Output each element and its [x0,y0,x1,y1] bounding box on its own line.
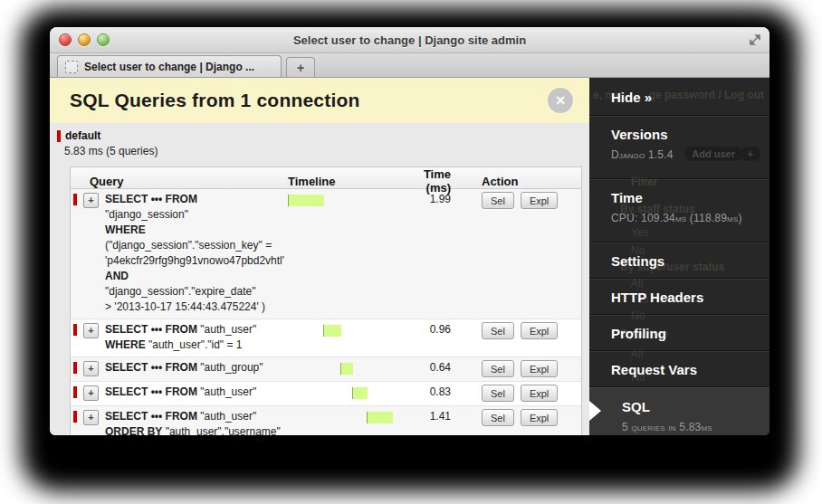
browser-window: Select user to change | Django site admi… [50,27,769,435]
sidebar-item-subtext: 5 queries in 5.83ms [622,421,769,433]
window-title: Select user to change | Django site admi… [50,33,769,47]
query-color-marker [71,360,83,377]
sidebar-item-label: Profiling [611,326,769,341]
query-time-ms: 0.83 [397,385,471,402]
query-sql-text: SELECT ••• FROM "auth_user" [105,385,288,402]
explain-button[interactable]: Expl [521,409,558,426]
query-row: +SELECT ••• FROM "django_session" WHERE … [71,189,581,319]
queries-table-header: Query Timeline Time (ms) Action [71,167,581,189]
query-actions: SelExpl [471,385,581,402]
sidebar-item-label: Request Vars [611,362,769,377]
sql-panel-body: default 5.83 ms (5 queries) Query Timeli… [50,123,589,435]
query-color-marker [71,409,83,435]
query-time-ms: 1.99 [397,192,471,315]
query-sql-text: SELECT ••• FROM "auth_group" [105,360,288,377]
sidebar-item-request-vars[interactable]: Request Vars [589,351,769,387]
expand-query-button[interactable]: + [83,193,99,208]
sidebar-item-label: Settings [611,253,769,269]
debug-toolbar-sidebar: e, myge password / Log outAdd user+Filte… [589,78,769,435]
sidebar-item-http-headers[interactable]: HTTP Headers [589,279,769,315]
sidebar-item-sql[interactable]: SQL5 queries in 5.83ms [589,387,769,435]
sidebar-item-profiling[interactable]: Profiling [589,315,769,351]
timeline-bar [288,195,324,206]
sidebar-item-time[interactable]: TimeCPU: 109.34ms (118.89ms) [589,179,769,242]
sidebar-item-subtext: CPU: 109.34ms (118.89ms) [611,212,769,224]
sidebar-items: VersionsDjango 1.5.4TimeCPU: 109.34ms (1… [589,116,769,435]
connection-color-marker [57,130,61,142]
query-sql-text: SELECT ••• FROM "auth_user" WHERE "auth_… [105,322,288,353]
tab-bar: Select user to change | Django ... + [50,53,769,78]
connection-name: default [65,129,100,142]
timeline-cell [288,322,397,353]
query-actions: SelExpl [471,409,581,435]
explain-button[interactable]: Expl [521,385,558,402]
query-actions: SelExpl [471,360,581,377]
query-row: +SELECT ••• FROM "auth_user" ORDER BY "a… [71,405,581,435]
select-button[interactable]: Sel [482,385,514,402]
column-header-action: Action [471,175,581,188]
query-row: +SELECT ••• FROM "auth_user" WHERE "auth… [71,319,581,357]
select-button[interactable]: Sel [482,322,514,339]
panel-title: SQL Queries from 1 connection [70,90,359,111]
expand-query-button[interactable]: + [83,410,99,425]
content-area: SQL Queries from 1 connection ✕ default … [50,78,769,435]
queries-table: Query Timeline Time (ms) Action +SELECT … [70,166,582,435]
tab-select-user-to-change[interactable]: Select user to change | Django ... [57,55,282,77]
sidebar-item-subtext: Django 1.5.4 [611,148,769,161]
timeline-cell [288,385,397,402]
query-actions: SelExpl [471,322,581,353]
tab-title: Select user to change | Django ... [84,61,254,73]
timeline-bar [340,363,353,375]
expand-query-button[interactable]: + [83,385,99,401]
query-row: +SELECT ••• FROM "auth_user"0.83SelExpl [71,381,581,405]
query-sql-text: SELECT ••• FROM "django_session" WHERE (… [105,192,288,315]
query-sql-text: SELECT ••• FROM "auth_user" ORDER BY "au… [105,409,288,435]
sql-panel: SQL Queries from 1 connection ✕ default … [50,78,589,435]
expand-query-button[interactable]: + [83,323,99,338]
explain-button[interactable]: Expl [521,322,558,339]
favicon-placeholder-icon [65,61,78,73]
query-color-marker [71,385,83,402]
select-button[interactable]: Sel [482,360,514,377]
sidebar-item-label: Versions [611,127,769,142]
query-actions: SelExpl [471,192,581,315]
timeline-cell [288,192,397,315]
titlebar: Select user to change | Django site admi… [50,27,769,53]
sidebar-item-label: Time [611,190,769,205]
resize-icon[interactable] [748,33,762,47]
query-color-marker [71,192,83,315]
select-button[interactable]: Sel [482,192,514,209]
query-color-marker [71,322,83,353]
query-row: +SELECT ••• FROM "auth_group"0.64SelExpl [71,357,581,381]
query-time-ms: 0.96 [397,322,471,353]
column-header-time: Time (ms) [397,167,471,195]
timeline-bar [323,325,341,337]
query-time-ms: 1.41 [397,409,471,435]
timeline-cell [288,360,397,377]
sql-panel-header: SQL Queries from 1 connection ✕ [50,78,589,123]
explain-button[interactable]: Expl [521,192,558,209]
sidebar-item-versions[interactable]: VersionsDjango 1.5.4 [589,116,769,179]
active-item-arrow-icon [589,401,601,421]
query-time-ms: 0.64 [397,360,471,377]
timeline-bar [367,412,393,423]
new-tab-button[interactable]: + [286,57,315,77]
expand-query-button[interactable]: + [83,361,99,376]
connection-summary: 5.83 ms (5 queries) [64,145,582,157]
column-header-query: Query [71,175,288,188]
column-header-timeline: Timeline [288,175,397,188]
sidebar-item-settings[interactable]: Settings [589,242,769,279]
hide-toolbar-button[interactable]: Hide » [611,90,652,105]
timeline-cell [288,409,397,435]
select-button[interactable]: Sel [482,409,514,426]
sidebar-item-label: SQL [622,399,769,414]
close-panel-button[interactable]: ✕ [548,88,573,113]
queries-table-rows: +SELECT ••• FROM "django_session" WHERE … [71,189,581,435]
explain-button[interactable]: Expl [521,360,558,377]
sidebar-hide: Hide » [589,78,769,116]
connection-row: default [57,129,582,142]
timeline-bar [352,387,368,399]
close-icon: ✕ [555,93,566,108]
sidebar-item-label: HTTP Headers [611,290,769,305]
